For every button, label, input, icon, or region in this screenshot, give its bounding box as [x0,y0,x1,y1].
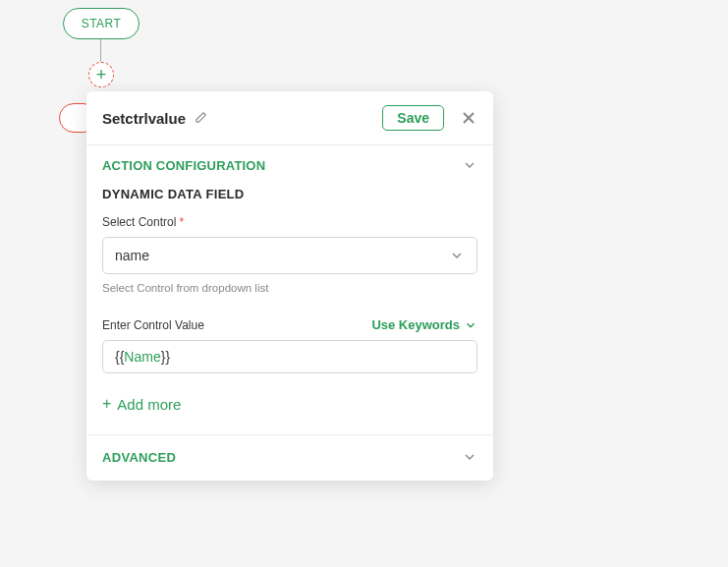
select-control-label: Select Control * [102,215,477,229]
select-control-helper: Select Control from dropdown list [102,282,477,294]
plus-icon: + [102,395,111,413]
pencil-icon[interactable] [194,111,207,125]
advanced-section-header[interactable]: ADVANCED [86,435,493,481]
select-control-dropdown[interactable]: name [102,237,477,274]
enter-control-row: Enter Control Value Use Keywords [102,317,477,332]
required-mark: * [179,215,184,229]
panel-header: Setctrlvalue Save [86,91,493,144]
select-control-value: name [115,248,149,263]
advanced-title: ADVANCED [102,450,176,465]
save-button[interactable]: Save [382,105,444,131]
chevron-down-icon [464,318,477,332]
panel-title: Setctrlvalue [102,110,186,127]
close-icon[interactable] [460,109,477,127]
enter-control-label: Enter Control Value [102,318,204,332]
connector-line [100,39,101,63]
use-keywords-label: Use Keywords [371,317,460,332]
chevron-down-icon [462,157,477,173]
action-config-panel: Setctrlvalue Save ACTION CONFIGURATION D… [86,91,493,481]
template-var: Name [124,349,160,365]
chevron-down-icon [462,449,477,465]
start-node[interactable]: START [63,8,140,39]
use-keywords-link[interactable]: Use Keywords [371,317,477,332]
section-title: ACTION CONFIGURATION [102,158,265,173]
select-control-label-text: Select Control [102,215,176,229]
add-node-button[interactable]: + [88,62,114,87]
template-close: }} [161,349,170,365]
control-value-input[interactable]: {{Name}} [102,340,477,373]
add-more-label: Add more [117,396,181,413]
action-configuration-section: ACTION CONFIGURATION DYNAMIC DATA FIELD … [86,145,493,434]
template-open: {{ [115,349,124,365]
add-more-button[interactable]: + Add more [102,395,477,426]
chevron-down-icon [449,248,465,263]
subsection-title: DYNAMIC DATA FIELD [102,187,477,201]
action-configuration-header[interactable]: ACTION CONFIGURATION [102,157,477,173]
